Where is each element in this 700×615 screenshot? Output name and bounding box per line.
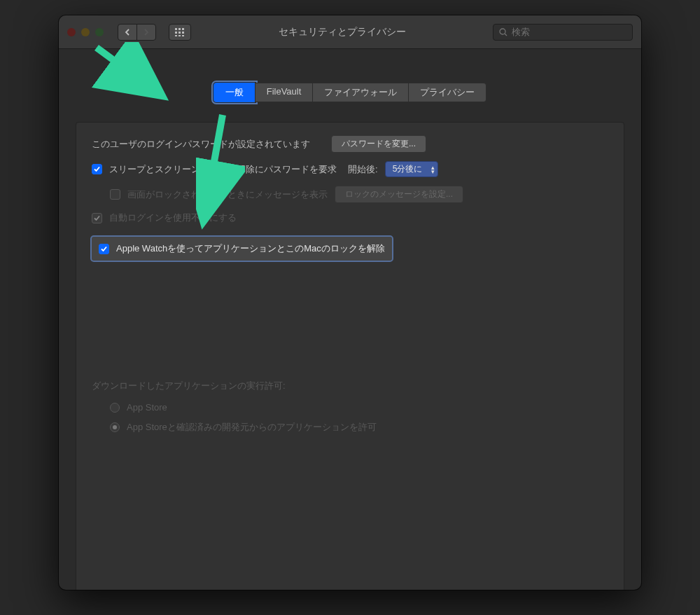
allow-apps-identified-radio[interactable] xyxy=(110,422,120,432)
require-password-after: 開始後: xyxy=(348,163,378,176)
forward-button[interactable] xyxy=(136,24,156,41)
svg-rect-0 xyxy=(175,28,177,30)
tab-general[interactable]: 一般 xyxy=(214,83,255,102)
allow-apps-appstore-label: App Store xyxy=(127,402,167,413)
minimize-icon[interactable] xyxy=(81,28,90,36)
svg-point-9 xyxy=(500,29,505,34)
zoom-icon[interactable] xyxy=(95,28,104,36)
tab-filevault[interactable]: FileVault xyxy=(255,83,314,102)
apple-watch-unlock-checkbox[interactable] xyxy=(99,244,109,254)
allow-apps-appstore-radio[interactable] xyxy=(110,403,120,413)
svg-rect-2 xyxy=(182,28,184,30)
svg-rect-1 xyxy=(178,28,181,30)
svg-rect-6 xyxy=(175,35,177,36)
chevron-up-down-icon: ▴▾ xyxy=(431,165,435,174)
search-placeholder: 検索 xyxy=(512,26,530,39)
tab-privacy[interactable]: プライバシー xyxy=(408,83,486,102)
show-message-checkbox[interactable] xyxy=(110,189,120,200)
disable-autologin-checkbox[interactable] xyxy=(92,213,102,223)
change-password-button[interactable]: パスワードを変更... xyxy=(331,135,426,153)
tabbar: 一般 FileVault ファイアウォール プライバシー xyxy=(76,83,624,102)
allow-apps-header: ダウンロードしたアプリケーションの実行許可: xyxy=(92,380,286,392)
close-icon[interactable] xyxy=(67,28,76,36)
svg-rect-4 xyxy=(178,32,181,34)
show-all-button[interactable] xyxy=(169,24,191,41)
disable-autologin-label: 自動ログインを使用不可にする xyxy=(109,212,237,224)
search-icon xyxy=(499,28,507,36)
allow-apps-identified-label: App Storeと確認済みの開発元からのアプリケーションを許可 xyxy=(127,421,377,434)
search-input[interactable]: 検索 xyxy=(493,24,633,41)
svg-rect-5 xyxy=(182,32,184,34)
show-message-label: 画面がロックされているときにメッセージを表示 xyxy=(127,188,328,201)
require-password-delay-select[interactable]: 5分後に ▴▾ xyxy=(385,161,439,177)
apple-watch-unlock-label: Apple Watchを使ってアプリケーションとこのMacのロックを解除 xyxy=(116,242,385,255)
window-title: セキュリティとプライバシー xyxy=(198,26,486,39)
preferences-window: セキュリティとプライバシー 検索 一般 FileVault ファイアウォール プ… xyxy=(59,15,641,590)
tab-firewall[interactable]: ファイアウォール xyxy=(312,83,409,102)
traffic-lights xyxy=(67,28,104,36)
svg-line-10 xyxy=(505,34,507,36)
svg-rect-7 xyxy=(178,35,181,36)
require-password-checkbox[interactable] xyxy=(92,164,102,174)
require-password-label: スリープとスクリーンセーバの解除にパスワードを要求 xyxy=(109,163,337,176)
back-button[interactable] xyxy=(118,24,137,41)
general-panel: このユーザのログインパスワードが設定されています パスワードを変更... スリー… xyxy=(76,122,624,590)
apple-watch-unlock-row: Apple Watchを使ってアプリケーションとこのMacのロックを解除 xyxy=(92,237,392,261)
login-password-status: このユーザのログインパスワードが設定されています xyxy=(92,138,310,151)
set-lock-message-button[interactable]: ロックのメッセージを設定... xyxy=(335,186,463,203)
titlebar: セキュリティとプライバシー 検索 xyxy=(59,15,641,49)
svg-rect-3 xyxy=(175,32,177,34)
svg-rect-8 xyxy=(182,35,184,36)
